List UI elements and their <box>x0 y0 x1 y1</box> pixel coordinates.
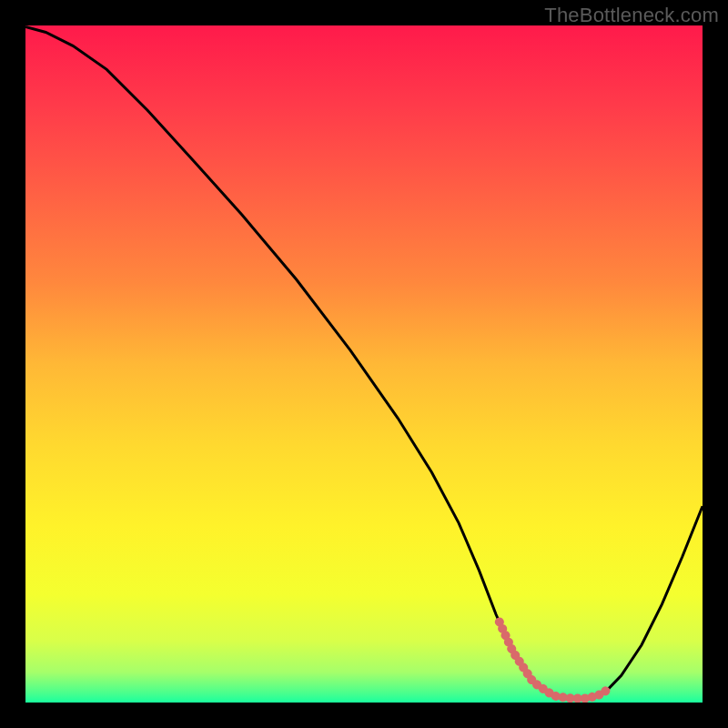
chart-svg <box>25 25 703 703</box>
chart-plot-area <box>25 25 703 703</box>
gradient-background <box>25 25 703 703</box>
watermark-text: TheBottleneck.com <box>544 4 719 27</box>
